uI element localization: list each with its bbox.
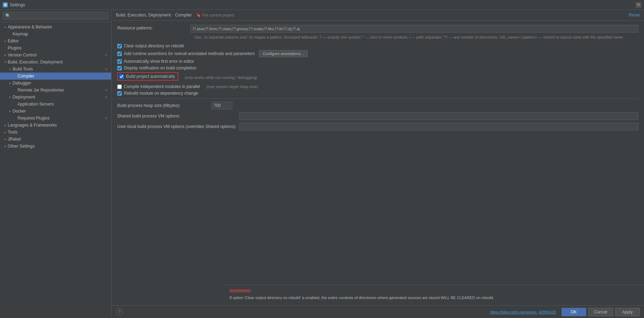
- sidebar-item-label: Application Servers: [18, 102, 108, 107]
- auto-show-error-label[interactable]: Automatically show first error in editor: [124, 59, 194, 64]
- sidebar-item-required-plugins[interactable]: Required Plugins ⚙: [0, 115, 111, 122]
- sidebar-item-label: Keymap: [13, 32, 108, 36]
- expand-arrow: [3, 39, 8, 43]
- main-layout: Appearance & Behavior Keymap Editor Plug…: [0, 10, 644, 318]
- gear-icon: ⚙: [104, 116, 108, 121]
- sidebar-item-label: Compiler: [18, 74, 104, 79]
- sidebar-item-build-execution[interactable]: Build, Execution, Deployment: [0, 59, 111, 66]
- gear-icon: ⚙: [104, 95, 108, 100]
- sidebar-item-remote-jar[interactable]: Remote Jar Repositories ⚙: [0, 87, 111, 94]
- build-automatically-note: (only works while not running / debuggin…: [185, 75, 257, 80]
- sidebar-item-label: Other Settings: [8, 144, 108, 149]
- resource-patterns-row: Resource patterns:: [117, 25, 638, 33]
- display-notification-label[interactable]: Display notification on build completion: [124, 66, 197, 70]
- for-current-project: 🔖 For current project: [196, 13, 234, 18]
- clear-output-checkbox[interactable]: [117, 44, 122, 48]
- build-automatically-label[interactable]: Build project automatically: [126, 74, 175, 79]
- build-heap-row: Build process heap size (Mbytes):: [117, 102, 638, 109]
- sidebar-item-build-tools[interactable]: Build Tools ⚙: [0, 66, 111, 73]
- gear-icon: ⚙: [104, 88, 108, 93]
- for-current-project-label: For current project: [203, 13, 234, 17]
- sidebar-item-editor[interactable]: Editor: [0, 38, 111, 45]
- sidebar-item-deployment[interactable]: Deployment ⚙: [0, 94, 111, 101]
- shared-vm-input[interactable]: [239, 112, 638, 120]
- content-header: Build, Execution, Deployment › Compiler …: [112, 10, 644, 21]
- expand-arrow: [3, 60, 8, 65]
- ok-button[interactable]: OK: [562, 308, 586, 316]
- compile-parallel-label[interactable]: Compile independent modules in parallel: [124, 84, 200, 89]
- sidebar-item-other-settings[interactable]: Other Settings: [0, 143, 111, 150]
- breadcrumb-parent: Build, Execution, Deployment: [116, 13, 171, 18]
- bottom-bar: ? https://blog.csdn.net/weixin_42806320 …: [112, 305, 644, 318]
- shared-vm-row: Shared build process VM options:: [117, 112, 638, 120]
- rebuild-module-row: Rebuild module on dependency change: [117, 91, 638, 96]
- search-box: [0, 10, 111, 22]
- breadcrumb-separator: ›: [172, 13, 174, 18]
- auto-show-error-row: Automatically show first error in editor: [117, 59, 638, 64]
- help-button[interactable]: ?: [116, 309, 123, 316]
- user-local-vm-label: User-local build process VM options (ove…: [117, 124, 237, 129]
- sidebar-item-jrebel[interactable]: JRebel: [0, 136, 111, 143]
- cancel-button[interactable]: Cancel: [588, 308, 613, 316]
- sidebar-item-compiler[interactable]: Compiler ⚙: [0, 73, 111, 80]
- rebuild-module-label[interactable]: Rebuild module on dependency change: [124, 91, 198, 96]
- sidebar-item-label: Deployment: [13, 95, 104, 100]
- add-runtime-checkbox[interactable]: [117, 52, 122, 56]
- sidebar-item-plugins[interactable]: Plugins: [0, 45, 111, 52]
- sidebar-item-version-control[interactable]: Version Control ⚙: [0, 52, 111, 59]
- user-local-vm-input[interactable]: [239, 123, 638, 130]
- expand-arrow: [3, 25, 8, 29]
- reset-button[interactable]: Reset: [629, 13, 640, 18]
- build-automatically-row: Build project automatically: [117, 72, 178, 81]
- expand-arrow: [8, 95, 13, 100]
- apply-button[interactable]: Apply: [615, 308, 640, 316]
- shared-vm-label: Shared build process VM options:: [117, 114, 237, 119]
- settings-icon: ⚙: [3, 2, 8, 7]
- clear-output-row: Clear output directory on rebuild: [117, 43, 638, 48]
- configure-annotations-button[interactable]: Configure annotations...: [259, 50, 308, 57]
- sidebar-item-label: Docker: [13, 109, 108, 114]
- sidebar: Appearance & Behavior Keymap Editor Plug…: [0, 10, 112, 318]
- warning-text: If option 'Clear output directory on reb…: [230, 295, 638, 301]
- sidebar-item-docker[interactable]: Docker: [0, 108, 111, 115]
- sidebar-item-application-servers[interactable]: Application Servers: [0, 101, 111, 108]
- build-automatically-checkbox[interactable]: [119, 74, 124, 79]
- sidebar-item-label: Appearance & Behavior: [8, 25, 108, 29]
- sidebar-item-label: Plugins: [8, 46, 108, 50]
- sidebar-item-appearance[interactable]: Appearance & Behavior: [0, 23, 111, 31]
- compile-parallel-row: Compile independent modules in parallel: [117, 84, 200, 89]
- resource-patterns-input[interactable]: [190, 25, 638, 33]
- url-link[interactable]: https://blog.csdn.net/weixin_42806320: [490, 310, 556, 314]
- sidebar-item-keymap[interactable]: Keymap: [0, 31, 111, 38]
- sidebar-item-languages[interactable]: Languages & Frameworks: [0, 122, 111, 129]
- auto-show-error-checkbox[interactable]: [117, 59, 122, 64]
- title-bar-left: ⚙ Settings: [3, 2, 25, 7]
- add-runtime-label[interactable]: Add runtime assertions for notnull-annot…: [124, 51, 255, 56]
- sidebar-item-label: Required Plugins: [18, 116, 104, 121]
- sidebar-item-debugger[interactable]: Debugger: [0, 80, 111, 87]
- title-bar: ⚙ Settings ✕: [0, 0, 644, 10]
- close-button[interactable]: ✕: [636, 2, 641, 8]
- content-body: Resource patterns: Use ; to separate pat…: [112, 21, 644, 318]
- expand-arrow: [8, 81, 13, 86]
- heap-size-input[interactable]: [211, 102, 232, 109]
- breadcrumb-current: Compiler: [175, 13, 192, 18]
- build-heap-label: Build process heap size (Mbytes):: [117, 103, 208, 108]
- gear-icon: ⚙: [104, 67, 108, 72]
- search-input[interactable]: [3, 12, 108, 20]
- expand-arrow: [3, 53, 8, 57]
- compile-parallel-checkbox[interactable]: [117, 84, 122, 89]
- sidebar-item-label: Languages & Frameworks: [8, 123, 108, 128]
- expand-arrow: [8, 67, 13, 72]
- display-notification-row: Display notification on build completion: [117, 66, 638, 70]
- gear-icon: ⚙: [104, 53, 108, 57]
- bookmark-icon: 🔖: [196, 13, 201, 18]
- rebuild-module-checkbox[interactable]: [117, 91, 122, 96]
- clear-output-label[interactable]: Clear output directory on rebuild: [124, 43, 184, 48]
- sidebar-item-tools[interactable]: Tools: [0, 129, 111, 136]
- resource-patterns-label: Resource patterns:: [117, 25, 187, 31]
- sidebar-item-label: Build Tools: [13, 67, 104, 72]
- sidebar-item-label: Editor: [8, 39, 108, 43]
- display-notification-checkbox[interactable]: [117, 66, 122, 70]
- sidebar-item-label: Build, Execution, Deployment: [8, 60, 108, 65]
